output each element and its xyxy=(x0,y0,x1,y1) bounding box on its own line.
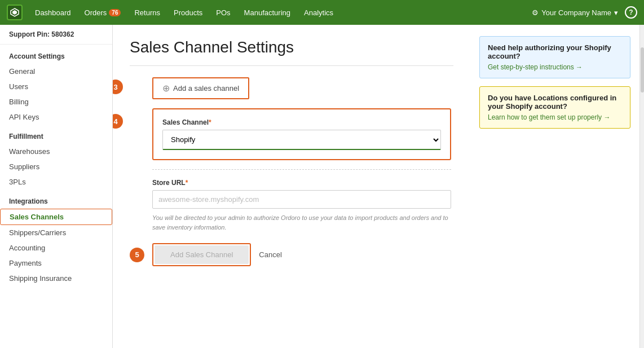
store-url-input[interactable] xyxy=(152,190,451,209)
logo-icon xyxy=(10,8,19,17)
info-card-shopify-locations-link[interactable]: Learn how to get them set up properly → xyxy=(488,113,622,121)
sidebar-section-fulfillment: Fulfillment xyxy=(0,125,112,144)
sales-channel-label: Sales Channel* xyxy=(162,118,441,126)
nav-manufacturing[interactable]: Manufacturing xyxy=(239,5,296,20)
nav-pos[interactable]: POs xyxy=(210,5,236,20)
sidebar-item-3pls[interactable]: 3PLs xyxy=(0,174,112,190)
cancel-button[interactable]: Cancel xyxy=(259,250,281,259)
company-name-menu[interactable]: ⚙ Your Company Name ▾ xyxy=(532,8,618,17)
nav-returns[interactable]: Returns xyxy=(129,5,166,20)
nav-products[interactable]: Products xyxy=(168,5,208,20)
sidebar-item-warehouses[interactable]: Warehouses xyxy=(0,144,112,159)
help-button[interactable]: ? xyxy=(625,6,637,19)
support-pin: Support Pin: 580362 xyxy=(0,25,112,45)
sidebar-item-general[interactable]: General xyxy=(0,64,112,79)
add-sales-channel-button[interactable]: ⊕ Add a sales channel xyxy=(152,77,249,99)
form-divider xyxy=(152,169,451,170)
sidebar-item-shippers-carriers[interactable]: Shippers/Carriers xyxy=(0,225,112,240)
add-sales-channel-submit-button[interactable]: Add Sales Channel xyxy=(155,245,249,264)
info-card-shopify-auth-title: Need help authorizing your Shopify accou… xyxy=(488,43,622,60)
step-3-bubble: 3 xyxy=(113,80,123,94)
sidebar-item-accounting[interactable]: Accounting xyxy=(0,240,112,256)
step-5-bubble: 5 xyxy=(130,248,144,262)
sidebar-item-suppliers[interactable]: Suppliers xyxy=(0,159,112,174)
scrollbar-track[interactable] xyxy=(639,25,644,348)
add-channel-section: 3 ⊕ Add a sales channel xyxy=(130,77,453,99)
main-content: Sales Channel Settings 3 ⊕ Add a sales c… xyxy=(113,25,470,348)
sidebar-item-api-keys[interactable]: API Keys xyxy=(0,109,112,125)
form-buttons: 5 Add Sales Channel Cancel xyxy=(152,243,451,266)
sales-channel-form-wrap: 4 Sales Channel* Shopify Amazon eBay Ets… xyxy=(130,108,451,266)
page-title: Sales Channel Settings xyxy=(130,38,453,66)
sidebar-section-account-settings: Account Settings xyxy=(0,45,112,64)
info-card-shopify-auth: Need help authorizing your Shopify accou… xyxy=(479,36,630,78)
store-url-label: Store URL* xyxy=(152,179,451,187)
app-logo[interactable] xyxy=(7,5,23,20)
app-body: Support Pin: 580362 Account Settings Gen… xyxy=(0,25,644,348)
sidebar-item-sales-channels[interactable]: Sales Channels xyxy=(0,209,112,225)
nav-analytics[interactable]: Analytics xyxy=(298,5,339,20)
step-4-bubble: 4 xyxy=(113,114,123,129)
nav-dashboard[interactable]: Dashboard xyxy=(29,5,77,20)
submit-btn-wrap: Add Sales Channel xyxy=(152,243,251,266)
orders-badge: 76 xyxy=(109,9,121,16)
helper-text: You will be directed to your admin to au… xyxy=(152,213,451,232)
sales-channel-select[interactable]: Shopify Amazon eBay Etsy BigCommerce Woo… xyxy=(162,130,441,150)
sales-channel-form-section: Sales Channel* Shopify Amazon eBay Etsy … xyxy=(152,108,451,160)
nav-right: ⚙ Your Company Name ▾ ? xyxy=(532,6,637,19)
plus-circle-icon: ⊕ xyxy=(162,83,170,94)
sidebar-item-users[interactable]: Users xyxy=(0,79,112,94)
sidebar-item-shipping-insurance[interactable]: Shipping Insurance xyxy=(0,271,112,286)
scrollbar-thumb[interactable] xyxy=(641,47,644,92)
right-panel: Need help authorizing your Shopify accou… xyxy=(470,25,639,348)
info-card-shopify-locations: Do you have Locations configured in your… xyxy=(479,86,630,129)
sidebar-section-integrations: Integrations xyxy=(0,190,112,209)
info-card-shopify-locations-title: Do you have Locations configured in your… xyxy=(488,94,622,111)
sidebar-item-payments[interactable]: Payments xyxy=(0,256,112,271)
top-navigation: Dashboard Orders 76 Returns Products POs… xyxy=(0,0,644,25)
nav-orders[interactable]: Orders 76 xyxy=(79,5,127,20)
info-card-shopify-auth-link[interactable]: Get step-by-step instructions → xyxy=(488,63,622,71)
store-url-section: Store URL* You will be directed to your … xyxy=(152,179,451,232)
svg-marker-1 xyxy=(12,10,17,15)
gear-icon: ⚙ xyxy=(532,8,539,17)
sidebar-item-billing[interactable]: Billing xyxy=(0,94,112,109)
chevron-down-icon: ▾ xyxy=(614,8,618,17)
sidebar: Support Pin: 580362 Account Settings Gen… xyxy=(0,25,113,348)
